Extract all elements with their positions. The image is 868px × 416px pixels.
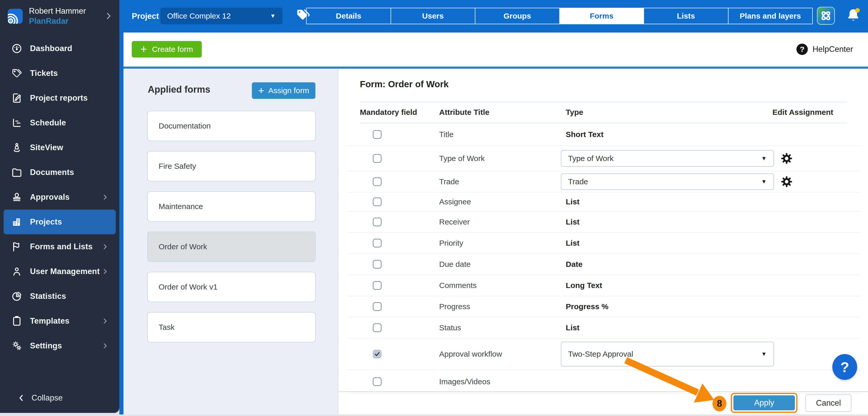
type-select-trade[interactable]: Trade▼	[561, 173, 774, 190]
mandatory-checkbox[interactable]	[373, 217, 381, 226]
attributes-table-header: Mandatory field Attribute Title Type Edi…	[360, 102, 847, 123]
type-select-value: Two-Step Approval	[568, 350, 633, 358]
planradar-logo-icon	[8, 9, 23, 24]
mandatory-checkbox[interactable]	[373, 281, 381, 290]
attribute-title: Comments	[439, 281, 476, 290]
sidebar-item-templates[interactable]: Templates	[4, 309, 116, 334]
tab-lists[interactable]: Lists	[644, 8, 728, 24]
form-card-fire-safety[interactable]: Fire Safety	[147, 151, 316, 181]
mandatory-checkbox[interactable]	[373, 260, 381, 269]
mandatory-checkbox[interactable]	[373, 323, 381, 332]
project-select-value: Office Complex 12	[167, 12, 231, 21]
sidebar-item-tickets[interactable]: Tickets	[4, 61, 116, 86]
attribute-title: Trade	[439, 177, 459, 186]
apply-button[interactable]: Apply	[734, 395, 795, 410]
type-value: Short Text	[566, 130, 603, 139]
sidebar-item-label: Approvals	[30, 193, 69, 202]
column-header-mandatory: Mandatory field	[360, 108, 417, 117]
sidebar-collapse-button[interactable]: Collapse	[0, 388, 63, 408]
attribute-title: Images/Videos	[439, 377, 490, 386]
brand-name: PlanRadar	[29, 16, 86, 26]
project-select[interactable]: Office Complex 12 ▼	[160, 8, 282, 24]
sidebar-item-label: Dashboard	[30, 44, 72, 53]
form-card-task[interactable]: Task	[147, 312, 316, 342]
create-form-button[interactable]: + Create form	[132, 41, 202, 58]
form-card-order-of-work[interactable]: Order of Work	[147, 232, 316, 262]
sidebar-item-label: Projects	[30, 217, 62, 227]
attribute-title: Assignee	[439, 198, 471, 206]
caret-down-icon: ▼	[270, 13, 276, 20]
attribute-row-type-of-work: Type of WorkType of Work▼	[347, 146, 860, 171]
notifications-bell-icon[interactable]	[844, 7, 862, 25]
notification-dot	[855, 8, 860, 13]
question-mark-icon: ?	[797, 44, 808, 55]
sidebar-item-label: Settings	[30, 341, 62, 350]
type-select-value: Type of Work	[568, 154, 614, 163]
sidebar-item-label: Tickets	[30, 69, 58, 78]
mandatory-checkbox[interactable]	[373, 377, 381, 386]
tab-plans-and-layers[interactable]: Plans and layers	[728, 8, 812, 24]
applied-forms-panel: Applied forms + Assign form Documentatio…	[123, 69, 338, 414]
mandatory-checkbox[interactable]	[373, 130, 381, 139]
tab-forms[interactable]: Forms	[559, 8, 644, 24]
type-value: Long Text	[566, 281, 602, 290]
mandatory-checkbox[interactable]	[373, 154, 381, 163]
mandatory-checkbox[interactable]	[373, 177, 381, 186]
form-detail-panel: Form: Order of Work Mandatory field Attr…	[338, 69, 868, 414]
cancel-button[interactable]: Cancel	[805, 394, 851, 412]
sidebar-item-label: Statistics	[30, 291, 66, 301]
caret-down-icon: ▼	[761, 351, 767, 357]
column-header-edit-assignment: Edit Assignment	[772, 108, 833, 117]
approvals-icon	[11, 191, 23, 203]
help-center-button[interactable]: ? HelpCenter	[797, 41, 853, 58]
sidebar-item-schedule[interactable]: Schedule	[4, 110, 116, 135]
statistics-icon	[11, 290, 23, 302]
type-value: List	[566, 323, 580, 332]
edit-assignment-gear-icon[interactable]	[781, 176, 793, 187]
attribute-title: Priority	[439, 239, 463, 247]
chevron-right-icon	[101, 242, 110, 251]
assign-form-button[interactable]: + Assign form	[252, 82, 315, 99]
type-select-approval-workflow[interactable]: Two-Step Approval▼	[561, 342, 774, 367]
form-card-maintenance[interactable]: Maintenance	[147, 191, 316, 222]
tab-users[interactable]: Users	[391, 8, 475, 24]
sidebar-item-forms-and-lists[interactable]: Forms and Lists	[4, 234, 116, 259]
sidebar: Robert Hammer PlanRadar DashboardTickets…	[0, 0, 119, 413]
sidebar-item-settings[interactable]: Settings	[4, 334, 116, 358]
tab-groups[interactable]: Groups	[475, 8, 559, 24]
column-header-attribute-title: Attribute Title	[439, 108, 489, 117]
mandatory-checkbox[interactable]	[373, 198, 381, 206]
sidebar-item-label: Templates	[30, 316, 69, 326]
edit-assignment-gear-icon[interactable]	[781, 152, 793, 164]
collapse-label: Collapse	[32, 393, 63, 403]
templates-icon	[11, 315, 23, 327]
sidebar-item-project-reports[interactable]: Project reports	[4, 86, 116, 110]
sidebar-item-dashboard[interactable]: Dashboard	[4, 36, 116, 61]
attribute-row-title: TitleShort Text	[347, 124, 860, 146]
floating-help-button[interactable]: ?	[832, 354, 857, 380]
mandatory-checkbox[interactable]	[373, 350, 381, 358]
help-center-label: HelpCenter	[812, 45, 853, 54]
form-card-order-of-work-v1[interactable]: Order of Work v1	[147, 272, 316, 302]
sidebar-item-siteview[interactable]: SiteView	[4, 135, 116, 160]
form-card-documentation[interactable]: Documentation	[147, 111, 316, 141]
sidebar-item-approvals[interactable]: Approvals	[4, 185, 116, 210]
settings-icon	[11, 340, 23, 352]
mandatory-checkbox[interactable]	[373, 302, 381, 311]
sidebar-item-documents[interactable]: Documents	[4, 160, 116, 185]
attribute-title: Due date	[439, 260, 471, 269]
account-header[interactable]: Robert Hammer PlanRadar	[0, 0, 119, 33]
sidebar-item-user-management[interactable]: User Management	[4, 259, 116, 284]
sidebar-item-statistics[interactable]: Statistics	[4, 284, 116, 309]
caret-down-icon: ▼	[761, 155, 767, 162]
tickets-icon	[11, 67, 23, 79]
sidebar-item-label: User Management	[30, 267, 100, 276]
attribute-title: Approval workflow	[439, 350, 502, 358]
app-switcher-icon[interactable]	[817, 7, 835, 25]
chevron-right-icon	[101, 341, 110, 350]
sidebar-item-projects[interactable]: Projects	[4, 210, 116, 234]
type-select-type-of-work[interactable]: Type of Work▼	[561, 150, 774, 167]
mandatory-checkbox[interactable]	[373, 239, 381, 247]
tab-details[interactable]: Details	[307, 8, 391, 24]
account-chevron-right-icon[interactable]	[103, 11, 114, 21]
